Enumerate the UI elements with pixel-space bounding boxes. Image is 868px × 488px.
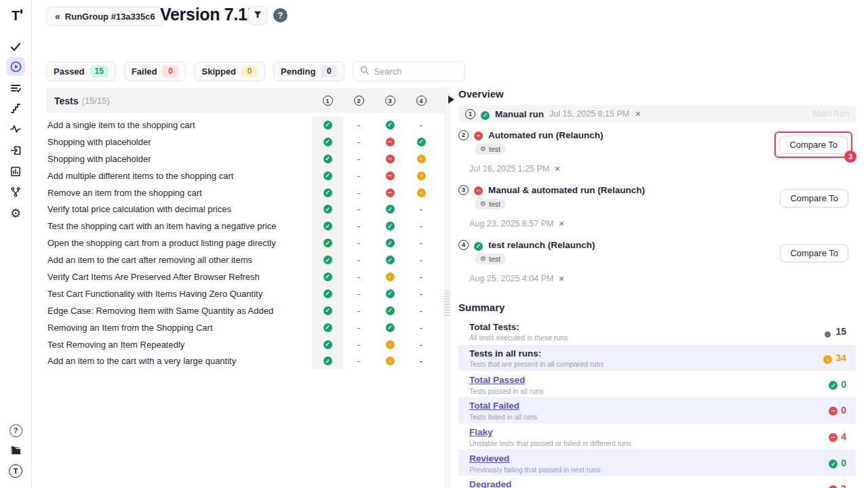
summary-subtitle: Tests that are present in all compared r… [469,360,823,368]
summary-title: Summary [458,302,856,313]
branch-icon [10,186,21,197]
table-row[interactable]: Shopping with placeholder [46,150,445,167]
run-row[interactable]: 3 Manual & automated run (Relaunch) ⚙ te… [458,184,856,232]
table-row[interactable]: Verify Cart Items Are Preserved After Br… [46,268,445,285]
filter-chip-passed[interactable]: Passed 15 [46,62,116,81]
splitter-grip[interactable] [444,290,450,317]
run-row[interactable]: 4 test relaunch (Relaunch) ⚙ test Aug 25… [458,239,856,287]
table-row[interactable]: Add an item to the cart after removing a… [46,251,445,268]
status-icon [343,184,374,201]
remove-run-icon[interactable]: ✕ [635,110,641,119]
run-number-badge: 3 [458,185,469,195]
status-icon [343,268,374,285]
rungroup-label: RunGroup #13a335c6 [65,12,155,22]
run-date: Jul 15, 2025 8:15 PM [549,109,629,119]
status-icon [374,352,406,369]
compare-to-button[interactable]: Compare To [779,136,848,154]
test-name: Test Cart Functionality with Items Havin… [47,289,312,299]
status-icon [374,251,406,268]
table-row[interactable]: Edge Case: Removing Item with Same Quant… [46,302,445,319]
panel-splitter[interactable] [445,87,450,488]
filter-chip-failed[interactable]: Failed 0 [124,62,186,81]
sidebar-item-checks[interactable] [6,37,25,56]
filter-chip-pending[interactable]: Pending 0 [273,62,344,81]
remove-run-icon[interactable]: ✕ [558,274,564,283]
status-icon [406,167,437,184]
status-icon [374,134,406,150]
status-icon [374,285,406,302]
rungroup-back-button[interactable]: « RunGroup #13a335c6 [46,7,164,26]
compare-to-button[interactable]: Compare To [780,244,848,262]
table-row[interactable]: Add an item to the cart with a very larg… [46,352,445,369]
status-icon [312,251,343,268]
filter-chip-skipped[interactable]: Skipped 0 [194,62,265,81]
summary-value: 15 [823,325,846,339]
status-icon [406,218,437,235]
search-input[interactable] [374,66,455,77]
sidebar-item-import[interactable] [6,141,25,160]
run-row[interactable]: 2 Automated run (Relaunch) ⚙ test Jul 16… [458,129,856,178]
table-row[interactable]: Test the shopping cart with an item havi… [46,218,445,235]
status-icon [312,352,343,369]
sidebar-item-help[interactable]: ? [6,421,25,440]
run-column-2[interactable]: 2 [354,96,364,106]
status-icon [406,117,437,134]
remove-run-icon[interactable]: ✕ [558,220,564,228]
collapse-panel-icon[interactable] [448,96,454,104]
table-row[interactable]: Test Removing an Item Repeatedly [46,336,445,353]
sidebar-item-profile[interactable]: T [6,462,25,481]
app-window: T ⚙ ? [0,0,868,488]
table-row[interactable]: Removing an Item from the Shopping Cart [46,319,445,336]
sidebar-item-steps[interactable] [6,99,25,118]
sidebar-item-runs[interactable] [6,57,25,76]
table-row[interactable]: Add multiple different items to the shop… [46,167,445,184]
run-tag[interactable]: ⚙ test [475,199,506,209]
degraded-link[interactable]: Degraded [469,479,511,488]
summary-value: 4 [829,430,846,443]
failed-icon [829,404,837,416]
table-row[interactable]: Add a single item to the shopping cart [46,117,445,134]
flaky-link[interactable]: Flaky [469,427,493,437]
chip-count-badge: 15 [90,65,108,77]
help-button[interactable]: ? [273,8,288,22]
table-row[interactable]: Remove an item from the shopping cart [46,184,445,201]
filter-button[interactable] [248,6,267,25]
sidebar-item-analytics[interactable] [6,162,25,181]
test-name: Verify Cart Items Are Preserved After Br… [47,272,312,282]
status-icon [343,285,374,302]
run-column-4[interactable]: 4 [416,96,427,106]
status-icon [312,285,343,302]
sidebar-item-test-plans[interactable] [6,79,25,98]
revieved-link[interactable]: Revieved [469,453,509,464]
failed-icon [829,430,837,443]
status-icon [312,268,343,285]
sidebar-item-branches[interactable] [6,182,25,201]
sidebar-item-docs[interactable] [6,441,25,460]
status-icon [312,218,343,235]
test-name: Add multiple different items to the shop… [47,171,312,181]
table-row[interactable]: Open the shopping cart from a product li… [46,235,445,251]
sidebar-item-pulse[interactable] [6,119,25,138]
run-tag[interactable]: ⚙ test [475,253,506,264]
sidebar-item-settings[interactable]: ⚙ [6,204,25,223]
table-row[interactable]: Shopping with placeholder [46,134,445,150]
total-failed-link[interactable]: Total Failed [469,401,519,411]
compare-to-button[interactable]: Compare To [780,189,848,207]
run-column-3[interactable]: 3 [385,96,395,106]
run-tag[interactable]: ⚙ test [475,144,506,155]
remove-run-icon[interactable]: ✕ [554,165,560,174]
status-icon [374,336,406,353]
status-icon [343,134,374,150]
run-column-1[interactable]: 1 [323,96,333,106]
table-row[interactable]: Test Cart Functionality with Items Havin… [46,285,445,302]
summary-value: 3 [829,483,846,488]
total-passed-link[interactable]: Total Passed [469,375,525,385]
app-logo-icon[interactable]: T [6,6,25,25]
status-icon [343,251,374,268]
tests-table: Tests (15/15) 1 2 3 4 Add a single item … [46,88,445,369]
search-box[interactable] [353,61,465,81]
table-row[interactable]: Verify total price calculation with deci… [46,201,445,218]
run-row-main[interactable]: 1 Manual run Jul 15, 2025 8:15 PM ✕ Main… [458,105,856,123]
summary-label: Total Tests: [469,322,823,332]
tag-label: test [489,145,500,153]
